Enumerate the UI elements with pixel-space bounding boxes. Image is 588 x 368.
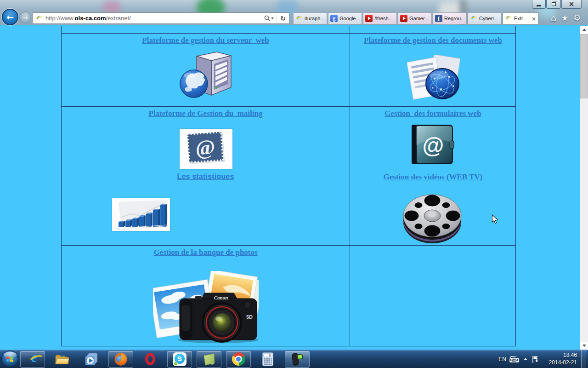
taskbar-media-player[interactable] <box>79 351 104 368</box>
google-icon <box>330 15 338 22</box>
table-cell-empty <box>350 246 516 346</box>
link-mailing[interactable]: Plateforme de Gestion du mailing <box>149 109 263 118</box>
up-arrow-icon <box>582 29 586 31</box>
minimize-button[interactable] <box>532 0 546 9</box>
email-stamp-icon[interactable]: @ <box>180 129 232 169</box>
tab-label: Gamer... <box>409 16 430 21</box>
tab-extranet[interactable]: Extr... <box>503 12 538 24</box>
web-documents-icon[interactable] <box>407 55 460 101</box>
close-icon <box>569 0 575 8</box>
taskbar-camcorder[interactable] <box>285 351 310 368</box>
window-controls <box>531 0 582 9</box>
youtube-icon <box>400 15 407 22</box>
tab-bar: duraph... Google... #fresh... Gamer... R… <box>293 12 538 24</box>
facebook-icon <box>435 15 442 22</box>
ie-icon <box>295 15 303 22</box>
tab-label: Regrou... <box>444 16 464 21</box>
tab-close-button[interactable] <box>531 14 536 23</box>
tab-label: Extr... <box>514 16 530 21</box>
svg-text:@: @ <box>423 133 444 158</box>
ie-page-icon <box>35 15 43 22</box>
tab-cyberl[interactable]: Cyberl... <box>468 12 502 24</box>
tab-regrou[interactable]: Regrou... <box>433 12 467 24</box>
tab-duraph[interactable]: duraph... <box>293 12 327 24</box>
tab-label: Cyberl... <box>479 16 499 21</box>
tab-label: duraph... <box>305 16 325 21</box>
browser-toolbar <box>551 13 581 23</box>
browser-chrome: http://www.ols-ca.com/extranet/ duraph..… <box>0 0 588 25</box>
taskbar-notes[interactable] <box>197 351 221 368</box>
windows-logo-icon <box>6 355 14 363</box>
link-photos[interactable]: Gestion de la banque de photos <box>153 248 257 257</box>
favorites-button[interactable] <box>561 13 568 23</box>
link-videos[interactable]: Gestion des vidéos (WEB TV) <box>384 172 483 182</box>
taskbar-internet-explorer[interactable] <box>20 351 45 368</box>
youtube-icon <box>365 15 373 22</box>
home-button[interactable] <box>551 13 556 23</box>
action-center-flag-icon[interactable] <box>531 355 539 363</box>
clock-date: 2014-02-21 <box>543 359 577 367</box>
opera-icon <box>145 353 155 365</box>
taskbar-chrome[interactable] <box>226 351 251 368</box>
taskbar-clock[interactable]: 18:46 2014-02-21 <box>543 352 577 366</box>
search-dropdown-icon <box>271 17 274 19</box>
show-desktop-button[interactable] <box>581 350 586 368</box>
firefox-icon <box>114 352 128 366</box>
scroll-down-button[interactable] <box>580 342 588 350</box>
search-icon <box>264 15 270 21</box>
back-button[interactable] <box>2 9 18 25</box>
media-player-icon <box>85 352 98 366</box>
bar-chart-icon[interactable] <box>112 198 170 231</box>
film-reel-icon[interactable] <box>402 193 463 244</box>
restore-button[interactable] <box>546 0 561 9</box>
address-bar[interactable]: http://www.ols-ca.com/extranet/ <box>32 12 289 24</box>
folder-icon <box>55 353 69 365</box>
tools-button[interactable] <box>573 13 581 23</box>
link-formulaires[interactable]: Gestion des formulaires web <box>384 109 481 118</box>
link-statistiques[interactable]: Les statistiques <box>177 172 234 181</box>
tab-fresh[interactable]: #fresh... <box>363 12 397 24</box>
page-content: Plateforme de gestion du serveur web <box>0 26 588 350</box>
taskbar-opera[interactable] <box>138 351 163 368</box>
minimize-icon <box>537 5 541 6</box>
close-button[interactable] <box>561 0 582 9</box>
camera-photos-icon[interactable]: Canon 5D <box>153 271 259 344</box>
vertical-scrollbar[interactable] <box>580 26 588 350</box>
link-serveur-web[interactable]: Plateforme de gestion du serveur web <box>142 36 269 45</box>
skype-icon <box>173 352 187 366</box>
table-cell-videos: Gestion des vidéos (WEB TV) <box>350 170 516 246</box>
table-cell-formulaires: Gestion des formulaires web @ <box>350 107 516 170</box>
tab-gamer[interactable]: Gamer... <box>398 12 432 24</box>
screen: http://www.ols-ca.com/extranet/ duraph..… <box>0 0 588 368</box>
svg-text:0: 0 <box>269 353 271 357</box>
calculator-icon: 0 <box>262 352 273 366</box>
show-hidden-icons-button[interactable] <box>524 358 527 360</box>
start-button[interactable] <box>1 351 18 368</box>
ie-icon <box>505 15 512 22</box>
language-label: EN <box>498 356 506 362</box>
address-book-icon[interactable]: @ <box>409 123 455 167</box>
extranet-table: Plateforme de gestion du serveur web <box>61 26 516 346</box>
search-button[interactable] <box>263 14 275 22</box>
taskbar-calculator[interactable]: 0 <box>255 351 280 368</box>
taskbar: 0 <box>0 350 588 368</box>
scroll-up-button[interactable] <box>580 26 588 34</box>
address-tools <box>263 14 287 23</box>
table-cell-mailing: Plateforme de Gestion du mailing @ <box>62 107 350 170</box>
keyboard-icon <box>509 356 520 363</box>
table-cell-photos: Gestion de la banque de photos <box>62 246 350 346</box>
down-arrow-icon <box>582 345 586 347</box>
taskbar-firefox[interactable] <box>108 351 133 368</box>
refresh-button[interactable] <box>279 14 287 23</box>
table-cell-statistiques: Les statistiques <box>62 170 350 246</box>
svg-text:@: @ <box>195 135 216 160</box>
forward-button[interactable] <box>19 12 31 23</box>
web-server-icon[interactable] <box>179 50 232 99</box>
divider <box>277 15 277 22</box>
scroll-thumb[interactable] <box>580 34 588 98</box>
taskbar-skype[interactable] <box>167 351 192 368</box>
taskbar-windows-explorer[interactable] <box>50 351 74 368</box>
language-button[interactable]: EN <box>498 356 520 363</box>
tab-google[interactable]: Google... <box>328 12 362 24</box>
link-documents-web[interactable]: Plateforme de gestion des documents web <box>364 36 502 45</box>
